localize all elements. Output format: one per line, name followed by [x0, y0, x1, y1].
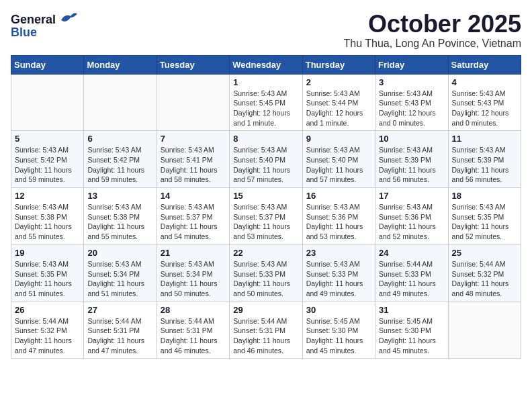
- calendar-cell: 17Sunrise: 5:43 AM Sunset: 5:36 PM Dayli…: [375, 188, 448, 245]
- day-number: 10: [379, 134, 444, 144]
- month-title: October 2025: [344, 11, 521, 38]
- calendar-cell: 23Sunrise: 5:43 AM Sunset: 5:33 PM Dayli…: [302, 244, 375, 302]
- day-number: 5: [15, 134, 80, 144]
- day-info: Sunrise: 5:43 AM Sunset: 5:39 PM Dayligh…: [379, 145, 444, 185]
- day-info: Sunrise: 5:43 AM Sunset: 5:41 PM Dayligh…: [161, 145, 226, 185]
- day-info: Sunrise: 5:43 AM Sunset: 5:42 PM Dayligh…: [87, 145, 152, 185]
- calendar-cell: 9Sunrise: 5:43 AM Sunset: 5:40 PM Daylig…: [302, 131, 375, 188]
- calendar-cell: 20Sunrise: 5:43 AM Sunset: 5:34 PM Dayli…: [84, 244, 157, 302]
- weekday-header-row: Sunday Monday Tuesday Wednesday Thursday…: [11, 55, 521, 74]
- day-number: 31: [379, 305, 444, 315]
- day-number: 29: [233, 305, 298, 315]
- calendar-cell: 21Sunrise: 5:43 AM Sunset: 5:34 PM Dayli…: [157, 244, 229, 302]
- day-number: 14: [161, 191, 226, 201]
- day-number: 25: [452, 248, 517, 258]
- calendar-cell: 3Sunrise: 5:43 AM Sunset: 5:43 PM Daylig…: [375, 74, 448, 131]
- header-saturday: Saturday: [448, 55, 521, 74]
- day-info: Sunrise: 5:45 AM Sunset: 5:30 PM Dayligh…: [306, 316, 371, 356]
- calendar-cell: 30Sunrise: 5:45 AM Sunset: 5:30 PM Dayli…: [302, 302, 375, 359]
- day-number: 11: [452, 134, 517, 144]
- calendar-cell: 2Sunrise: 5:43 AM Sunset: 5:44 PM Daylig…: [302, 74, 375, 131]
- page-header: General Blue October 2025 Thu Thua, Long…: [11, 11, 521, 50]
- day-info: Sunrise: 5:43 AM Sunset: 5:37 PM Dayligh…: [161, 202, 226, 242]
- day-info: Sunrise: 5:43 AM Sunset: 5:35 PM Dayligh…: [15, 259, 80, 299]
- day-info: Sunrise: 5:43 AM Sunset: 5:43 PM Dayligh…: [379, 89, 444, 128]
- calendar-cell: 10Sunrise: 5:43 AM Sunset: 5:39 PM Dayli…: [375, 131, 448, 188]
- calendar-cell: [157, 74, 229, 131]
- calendar-cell: 11Sunrise: 5:43 AM Sunset: 5:39 PM Dayli…: [448, 131, 521, 188]
- day-info: Sunrise: 5:43 AM Sunset: 5:34 PM Dayligh…: [161, 259, 226, 299]
- day-number: 18: [452, 191, 517, 201]
- day-info: Sunrise: 5:43 AM Sunset: 5:40 PM Dayligh…: [306, 145, 371, 185]
- calendar-cell: 15Sunrise: 5:43 AM Sunset: 5:37 PM Dayli…: [230, 188, 302, 245]
- day-number: 19: [15, 248, 80, 258]
- calendar-cell: [84, 74, 157, 131]
- calendar-cell: 25Sunrise: 5:44 AM Sunset: 5:32 PM Dayli…: [448, 244, 521, 302]
- calendar-cell: 19Sunrise: 5:43 AM Sunset: 5:35 PM Dayli…: [11, 244, 84, 302]
- calendar-cell: 28Sunrise: 5:44 AM Sunset: 5:31 PM Dayli…: [157, 302, 229, 359]
- day-number: 6: [87, 134, 152, 144]
- day-number: 2: [306, 77, 371, 87]
- calendar-cell: 1Sunrise: 5:43 AM Sunset: 5:45 PM Daylig…: [230, 74, 302, 131]
- day-info: Sunrise: 5:43 AM Sunset: 5:35 PM Dayligh…: [452, 202, 517, 242]
- calendar-cell: 16Sunrise: 5:43 AM Sunset: 5:36 PM Dayli…: [302, 188, 375, 245]
- calendar-cell: 13Sunrise: 5:43 AM Sunset: 5:38 PM Dayli…: [84, 188, 157, 245]
- calendar-cell: 22Sunrise: 5:43 AM Sunset: 5:33 PM Dayli…: [230, 244, 302, 302]
- day-number: 9: [306, 134, 371, 144]
- day-info: Sunrise: 5:43 AM Sunset: 5:33 PM Dayligh…: [233, 259, 298, 299]
- day-number: 26: [15, 305, 80, 315]
- day-info: Sunrise: 5:44 AM Sunset: 5:32 PM Dayligh…: [452, 259, 517, 299]
- logo: General Blue: [11, 11, 79, 40]
- calendar-cell: 29Sunrise: 5:44 AM Sunset: 5:31 PM Dayli…: [230, 302, 302, 359]
- calendar-cell: 31Sunrise: 5:45 AM Sunset: 5:30 PM Dayli…: [375, 302, 448, 359]
- day-info: Sunrise: 5:43 AM Sunset: 5:38 PM Dayligh…: [87, 202, 152, 242]
- day-number: 3: [379, 77, 444, 87]
- header-thursday: Thursday: [302, 55, 375, 74]
- day-info: Sunrise: 5:43 AM Sunset: 5:42 PM Dayligh…: [15, 145, 80, 185]
- day-info: Sunrise: 5:44 AM Sunset: 5:33 PM Dayligh…: [379, 259, 444, 299]
- day-number: 21: [161, 248, 226, 258]
- day-info: Sunrise: 5:43 AM Sunset: 5:36 PM Dayligh…: [306, 202, 371, 242]
- day-number: 16: [306, 191, 371, 201]
- header-friday: Friday: [375, 55, 448, 74]
- calendar-table: Sunday Monday Tuesday Wednesday Thursday…: [11, 55, 521, 359]
- day-number: 23: [306, 248, 371, 258]
- header-tuesday: Tuesday: [157, 55, 229, 74]
- day-info: Sunrise: 5:44 AM Sunset: 5:31 PM Dayligh…: [161, 316, 226, 356]
- calendar-week-4: 19Sunrise: 5:43 AM Sunset: 5:35 PM Dayli…: [11, 244, 521, 302]
- day-number: 22: [233, 248, 298, 258]
- calendar-cell: 14Sunrise: 5:43 AM Sunset: 5:37 PM Dayli…: [157, 188, 229, 245]
- calendar-cell: 8Sunrise: 5:43 AM Sunset: 5:40 PM Daylig…: [230, 131, 302, 188]
- day-number: 12: [15, 191, 80, 201]
- day-info: Sunrise: 5:44 AM Sunset: 5:32 PM Dayligh…: [15, 316, 80, 356]
- day-number: 30: [306, 305, 371, 315]
- day-info: Sunrise: 5:43 AM Sunset: 5:36 PM Dayligh…: [379, 202, 444, 242]
- calendar-week-5: 26Sunrise: 5:44 AM Sunset: 5:32 PM Dayli…: [11, 302, 521, 359]
- day-info: Sunrise: 5:43 AM Sunset: 5:34 PM Dayligh…: [87, 259, 152, 299]
- logo-bird-icon: [58, 11, 79, 28]
- day-number: 8: [233, 134, 298, 144]
- day-info: Sunrise: 5:43 AM Sunset: 5:44 PM Dayligh…: [306, 89, 371, 128]
- title-area: October 2025 Thu Thua, Long An Povince, …: [344, 11, 521, 50]
- day-number: 28: [161, 305, 226, 315]
- day-info: Sunrise: 5:45 AM Sunset: 5:30 PM Dayligh…: [379, 316, 444, 356]
- calendar-cell: 5Sunrise: 5:43 AM Sunset: 5:42 PM Daylig…: [11, 131, 84, 188]
- calendar-cell: 6Sunrise: 5:43 AM Sunset: 5:42 PM Daylig…: [84, 131, 157, 188]
- calendar-cell: 24Sunrise: 5:44 AM Sunset: 5:33 PM Dayli…: [375, 244, 448, 302]
- calendar-cell: 27Sunrise: 5:44 AM Sunset: 5:31 PM Dayli…: [84, 302, 157, 359]
- calendar-week-2: 5Sunrise: 5:43 AM Sunset: 5:42 PM Daylig…: [11, 131, 521, 188]
- day-info: Sunrise: 5:43 AM Sunset: 5:37 PM Dayligh…: [233, 202, 298, 242]
- day-info: Sunrise: 5:43 AM Sunset: 5:38 PM Dayligh…: [15, 202, 80, 242]
- day-info: Sunrise: 5:43 AM Sunset: 5:40 PM Dayligh…: [233, 145, 298, 185]
- day-number: 7: [161, 134, 226, 144]
- day-info: Sunrise: 5:43 AM Sunset: 5:39 PM Dayligh…: [452, 145, 517, 185]
- day-info: Sunrise: 5:43 AM Sunset: 5:45 PM Dayligh…: [233, 89, 298, 128]
- calendar-cell: 26Sunrise: 5:44 AM Sunset: 5:32 PM Dayli…: [11, 302, 84, 359]
- calendar-cell: [11, 74, 84, 131]
- day-number: 24: [379, 248, 444, 258]
- calendar-week-1: 1Sunrise: 5:43 AM Sunset: 5:45 PM Daylig…: [11, 74, 521, 131]
- day-info: Sunrise: 5:43 AM Sunset: 5:33 PM Dayligh…: [306, 259, 371, 299]
- day-number: 4: [452, 77, 517, 87]
- day-info: Sunrise: 5:44 AM Sunset: 5:31 PM Dayligh…: [233, 316, 298, 356]
- header-monday: Monday: [84, 55, 157, 74]
